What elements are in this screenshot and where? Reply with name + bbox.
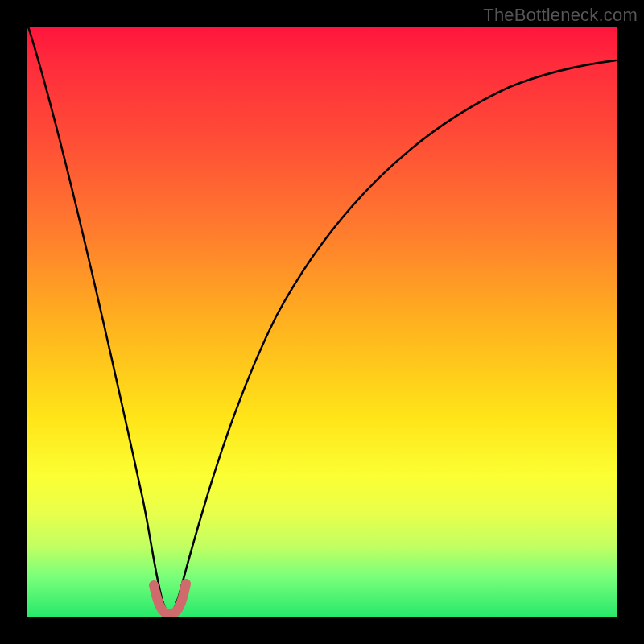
curve-layer: [27, 27, 617, 617]
watermark-text: TheBottleneck.com: [483, 5, 638, 26]
plot-area: [27, 27, 617, 617]
bottleneck-curve: [28, 27, 616, 613]
chart-frame: TheBottleneck.com: [0, 0, 644, 644]
highlight-mark: [154, 584, 186, 614]
